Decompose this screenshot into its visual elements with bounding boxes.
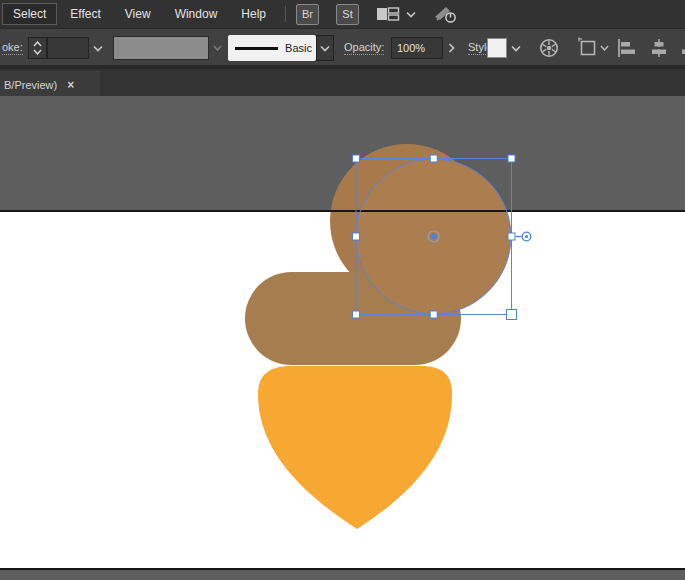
menu-bar: Select Effect View Window Help Br St [0,0,685,29]
handle-bottom-left[interactable] [353,311,360,318]
stock-icon[interactable]: St [336,4,359,25]
document-tab-title: B/Preview) [4,79,57,91]
close-icon[interactable]: × [67,78,74,92]
menu-item-effect[interactable]: Effect [59,3,111,25]
gpu-performance-icon[interactable] [432,5,458,23]
style-chevron-icon[interactable] [508,41,524,55]
graphic-style-swatch[interactable] [487,38,507,58]
menu-item-window[interactable]: Window [164,3,229,25]
chevron-down-icon[interactable] [406,11,416,18]
document-setup-icon[interactable] [577,37,599,59]
handle-mid-right[interactable] [508,233,515,240]
align-left-icon[interactable] [617,38,639,58]
opacity-input[interactable]: 100% [391,37,443,59]
bridge-icon[interactable]: Br [296,4,319,25]
handle-bottom-center[interactable] [430,311,437,318]
menubar-divider [285,6,286,22]
document-setup-chevron-icon[interactable] [598,43,610,53]
handle-top-left[interactable] [353,155,360,162]
document-tab[interactable]: B/Preview) × [0,71,100,98]
handle-top-center[interactable] [430,155,437,162]
align-center-icon[interactable] [648,38,670,58]
artboard-canvas[interactable] [0,96,685,580]
workspace-switcher-icon[interactable] [376,7,400,21]
pasteboard-bottom [0,570,685,580]
stroke-preview-line [235,47,278,50]
stroke-style-chevron-icon[interactable] [316,35,334,61]
recolor-artwork-icon[interactable] [539,38,559,58]
menu-item-help[interactable]: Help [230,3,277,25]
stroke-width-stepper[interactable] [28,37,47,59]
illustrator-window: Select Effect View Window Help Br St [0,0,685,580]
menu-item-select[interactable]: Select [2,3,57,25]
stroke-label[interactable]: oke: [2,41,23,55]
document-tab-bar: B/Preview) × [0,67,685,96]
width-profile-chevron-icon[interactable] [210,41,224,55]
handle-mid-left[interactable] [353,233,360,240]
handle-bottom-right[interactable] [507,310,517,320]
handle-top-right[interactable] [508,155,515,162]
width-profile-dropdown[interactable] [113,36,209,60]
menu-item-view[interactable]: View [114,3,162,25]
stroke-style-dropdown[interactable]: Basic [228,35,316,61]
stroke-width-input[interactable] [47,37,89,59]
stroke-style-value: Basic [285,42,312,54]
align-right-icon[interactable] [678,38,685,58]
opacity-label[interactable]: Opacity: [344,41,384,55]
control-bar: oke: Basic Opacity: 100% Style: [0,29,685,67]
stroke-width-dropdown-icon[interactable] [89,37,106,59]
opacity-options-icon[interactable] [443,37,460,59]
